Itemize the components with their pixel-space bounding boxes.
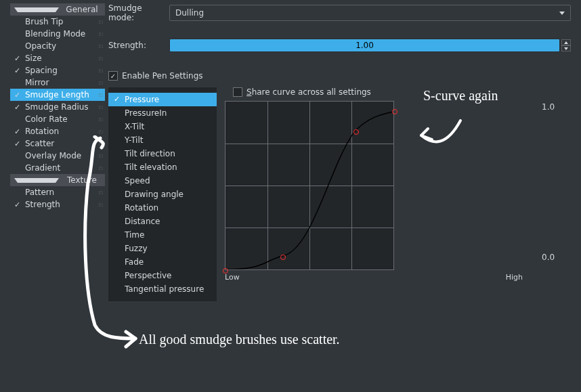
lock-icon: ⏍ bbox=[99, 189, 102, 196]
axis-ymin-label: 0.0 bbox=[542, 253, 555, 262]
lock-icon: ⏍ bbox=[99, 43, 102, 49]
pen-input-fuzzy[interactable]: Fuzzy bbox=[108, 242, 217, 255]
pen-input-label: Fuzzy bbox=[125, 244, 148, 253]
pen-input-rotation[interactable]: Rotation bbox=[108, 201, 217, 215]
chevron-down-icon bbox=[14, 7, 59, 12]
share-curve-checkbox[interactable] bbox=[233, 87, 242, 97]
property-item-strength[interactable]: ✓Strength⏍ bbox=[10, 198, 105, 211]
property-label: Spacing bbox=[25, 66, 58, 75]
property-item-size[interactable]: ✓Size⏍ bbox=[10, 52, 105, 64]
lock-icon: ⏍ bbox=[99, 79, 102, 86]
property-label: Smudge Length bbox=[25, 90, 89, 100]
curve-handle[interactable] bbox=[223, 268, 228, 274]
pen-input-pressurein[interactable]: PressureIn bbox=[108, 106, 217, 120]
property-item-scatter[interactable]: ✓Scatter⏍ bbox=[10, 137, 105, 150]
lock-icon: ⏍ bbox=[99, 67, 102, 74]
check-icon: ✓ bbox=[14, 103, 20, 112]
dropdown-value: Dulling bbox=[175, 8, 204, 18]
pen-input-label: Tilt elevation bbox=[125, 162, 177, 172]
pen-input-label: PressureIn bbox=[125, 108, 167, 118]
property-item-smudge-radius[interactable]: ✓Smudge Radius⏍ bbox=[10, 101, 105, 113]
lock-icon: ⏍ bbox=[99, 152, 102, 159]
enable-pen-checkbox[interactable]: ✓ Enable Pen Settings bbox=[108, 71, 203, 81]
enable-pen-label: Enable Pen Settings bbox=[122, 71, 203, 81]
pen-input-time[interactable]: Time bbox=[108, 228, 217, 242]
pen-input-tangential-pressure[interactable]: Tangential pressure bbox=[108, 282, 217, 296]
property-item-mirror[interactable]: Mirror⏍ bbox=[10, 77, 105, 89]
curve-editor[interactable] bbox=[225, 101, 394, 270]
lock-icon: ⏍ bbox=[99, 30, 102, 37]
property-item-smudge-length[interactable]: ✓Smudge Length⏍ bbox=[10, 89, 105, 101]
pen-input-speed[interactable]: Speed bbox=[108, 174, 217, 188]
strength-label: Strength: bbox=[108, 41, 169, 50]
pen-input-label: Time bbox=[125, 230, 144, 240]
section-header-general[interactable]: General bbox=[10, 3, 105, 16]
axis-ymax-label: 1.0 bbox=[542, 102, 555, 112]
smudge-mode-dropdown[interactable]: Dulling bbox=[169, 5, 571, 21]
pen-input-drawing-angle[interactable]: Drawing angle bbox=[108, 188, 217, 201]
arrow-down-icon[interactable] bbox=[561, 45, 571, 51]
pen-input-label: Speed bbox=[125, 176, 150, 186]
check-icon: ✓ bbox=[14, 54, 20, 63]
property-item-rotation[interactable]: ✓Rotation⏍ bbox=[10, 125, 105, 137]
section-title: Texture bbox=[63, 175, 101, 185]
property-item-gradient[interactable]: Gradient⏍ bbox=[10, 162, 105, 174]
check-icon: ✓ bbox=[114, 95, 120, 104]
lock-icon: ⏍ bbox=[99, 18, 102, 25]
pen-input-label: Fade bbox=[125, 257, 144, 267]
chevron-down-icon bbox=[14, 178, 59, 183]
strength-slider[interactable]: 1.00 bbox=[169, 39, 560, 52]
property-label: Rotation bbox=[25, 127, 59, 136]
pen-input-y-tilt[interactable]: Y-Tilt bbox=[108, 133, 217, 147]
property-item-blending-mode[interactable]: Blending Mode⏍ bbox=[10, 28, 105, 40]
property-label: Pattern bbox=[25, 188, 54, 197]
curve-handle[interactable] bbox=[392, 109, 397, 114]
property-label: Blending Mode bbox=[25, 29, 85, 39]
pen-input-label: Perspective bbox=[125, 271, 172, 280]
chevron-down-icon bbox=[559, 12, 565, 15]
curve-handle[interactable] bbox=[280, 255, 286, 260]
properties-sidebar: General Brush Tip⏍Blending Mode⏍Opacity⏍… bbox=[10, 3, 105, 211]
lock-icon: ⏍ bbox=[99, 140, 102, 147]
pen-input-distance[interactable]: Distance bbox=[108, 215, 217, 228]
section-title: General bbox=[63, 5, 101, 14]
strength-value: 1.00 bbox=[356, 41, 374, 50]
arrow-up-icon[interactable] bbox=[561, 39, 571, 45]
lock-icon: ⏍ bbox=[99, 128, 102, 135]
pen-input-tilt-elevation[interactable]: Tilt elevation bbox=[108, 160, 217, 174]
property-label: Size bbox=[25, 53, 42, 63]
check-icon: ✓ bbox=[14, 66, 20, 75]
pen-input-tilt-direction[interactable]: Tilt direction bbox=[108, 147, 217, 160]
property-label: Overlay Mode bbox=[25, 151, 81, 160]
lock-icon: ⏍ bbox=[99, 104, 102, 110]
share-curve-label: Share curve across all settings bbox=[246, 87, 371, 97]
pen-input-pressure[interactable]: ✓Pressure bbox=[108, 93, 217, 106]
axis-low-label: Low bbox=[225, 273, 240, 282]
strength-spinner[interactable] bbox=[561, 39, 571, 51]
pen-input-fade[interactable]: Fade bbox=[108, 255, 217, 269]
lock-icon: ⏍ bbox=[99, 165, 102, 171]
pen-input-label: Tangential pressure bbox=[125, 284, 204, 294]
property-label: Strength bbox=[25, 200, 60, 209]
curve-handle[interactable] bbox=[353, 129, 359, 135]
property-item-opacity[interactable]: Opacity⏍ bbox=[10, 40, 105, 52]
property-label: Opacity bbox=[25, 41, 56, 51]
pen-input-label: Pressure bbox=[125, 95, 159, 104]
property-label: Gradient bbox=[25, 163, 60, 173]
curve-path bbox=[225, 102, 393, 269]
property-item-pattern[interactable]: Pattern⏍ bbox=[10, 186, 105, 198]
pen-input-perspective[interactable]: Perspective bbox=[108, 269, 217, 282]
main-panel: Smudge mode: Dulling Strength: 1.00 ✓ En… bbox=[108, 3, 571, 301]
pen-input-label: Y-Tilt bbox=[125, 135, 143, 145]
lock-icon: ⏍ bbox=[99, 201, 102, 208]
pen-input-x-tilt[interactable]: X-Tilt bbox=[108, 120, 217, 133]
property-item-brush-tip[interactable]: Brush Tip⏍ bbox=[10, 16, 105, 28]
check-icon: ✓ bbox=[14, 127, 20, 136]
property-item-spacing[interactable]: ✓Spacing⏍ bbox=[10, 64, 105, 77]
section-header-texture[interactable]: Texture bbox=[10, 174, 105, 186]
annotation-scatter: All good smudge brushes use scatter. bbox=[139, 332, 340, 347]
property-label: Scatter bbox=[25, 139, 54, 148]
property-item-color-rate[interactable]: Color Rate⏍ bbox=[10, 113, 105, 125]
property-item-overlay-mode[interactable]: Overlay Mode⏍ bbox=[10, 150, 105, 162]
pen-input-label: Tilt direction bbox=[125, 149, 175, 158]
